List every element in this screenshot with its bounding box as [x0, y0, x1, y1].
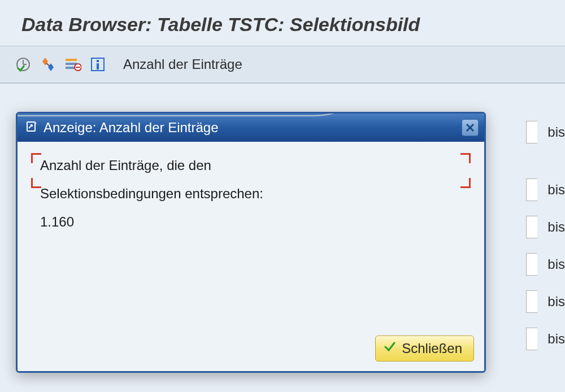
- input-from[interactable]: [526, 216, 537, 238]
- bis-label: bis: [541, 182, 565, 198]
- dialog-footer: Schließen: [18, 332, 484, 371]
- dialog-text-line-2: Selektionsbedingungen entsprechen:: [34, 186, 467, 202]
- focus-bracket: [31, 153, 41, 163]
- variants-icon[interactable]: [38, 55, 58, 74]
- selection-row: bis: [526, 178, 565, 201]
- svg-line-5: [46, 63, 50, 66]
- dialog-icon: [25, 120, 38, 135]
- selection-row: bis: [526, 216, 565, 238]
- focus-bracket: [31, 178, 41, 188]
- bis-label: bis: [541, 331, 565, 347]
- bis-label: bis: [541, 294, 565, 310]
- execute-icon[interactable]: [14, 55, 33, 74]
- selection-row: bis: [526, 290, 565, 313]
- input-from[interactable]: [526, 290, 537, 313]
- page-title: Data Browser: Tabelle TSTC: Selektionsbi…: [0, 0, 565, 46]
- input-from[interactable]: [526, 328, 537, 350]
- bis-label: bis: [541, 124, 565, 140]
- info-icon[interactable]: [88, 55, 107, 74]
- close-button-label: Schließen: [402, 341, 462, 356]
- focus-bracket: [460, 153, 471, 163]
- dialog-count-value: 1.160: [34, 214, 467, 230]
- dialog-titlebar[interactable]: Anzeige: Anzahl der Einträge: [18, 114, 484, 142]
- svg-marker-4: [48, 63, 54, 71]
- focus-bracket: [460, 178, 471, 188]
- count-entries-button[interactable]: Anzahl der Einträge: [118, 54, 248, 75]
- input-from[interactable]: [526, 178, 537, 201]
- dialog-title: Anzeige: Anzahl der Einträge: [44, 120, 219, 136]
- dialog-body: Anzahl der Einträge, die den Selektionsb…: [18, 142, 484, 332]
- selection-row: bis: [526, 328, 565, 350]
- dialog-text-line-1: Anzahl der Einträge, die den: [34, 158, 467, 173]
- input-from[interactable]: [526, 253, 537, 276]
- selection-rows: bis bis bis bis bis bis: [526, 121, 565, 350]
- main-area: bis bis bis bis bis bis: [0, 84, 565, 110]
- count-dialog: Anzeige: Anzahl der Einträge Anzahl der …: [16, 112, 486, 373]
- selection-row: bis: [526, 121, 565, 143]
- toolbar: Anzahl der Einträge: [0, 46, 565, 84]
- svg-rect-13: [97, 63, 99, 69]
- close-button[interactable]: Schließen: [375, 336, 474, 361]
- svg-rect-6: [66, 59, 77, 61]
- dialog-close-button[interactable]: [462, 119, 479, 136]
- checkmark-icon: [384, 341, 396, 356]
- bis-label: bis: [541, 256, 565, 272]
- selection-row: bis: [526, 253, 565, 276]
- svg-rect-12: [97, 60, 99, 62]
- bis-label: bis: [541, 219, 565, 235]
- input-from[interactable]: [526, 121, 537, 143]
- close-icon: [466, 123, 475, 132]
- delete-selection-icon[interactable]: [63, 55, 82, 74]
